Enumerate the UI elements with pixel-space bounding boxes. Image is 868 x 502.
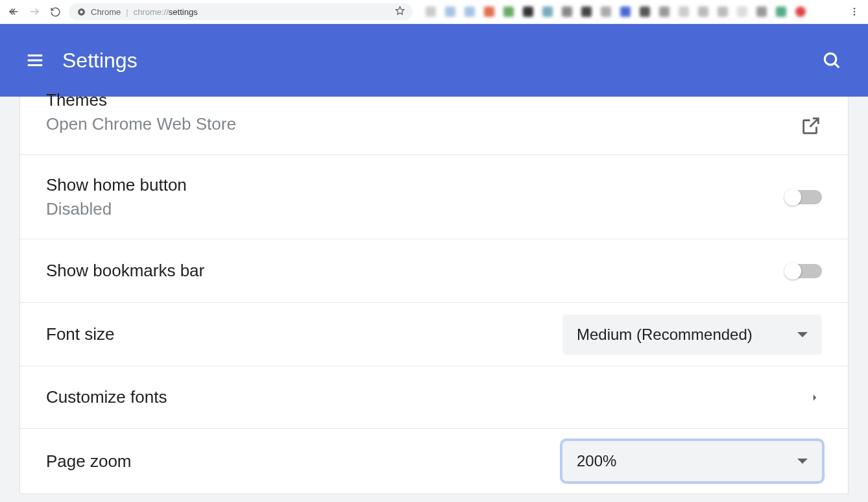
customize-fonts-row[interactable]: Customize fonts bbox=[20, 366, 848, 429]
search-button[interactable] bbox=[819, 47, 845, 73]
home-button-title: Show home button bbox=[46, 175, 187, 195]
appearance-section: Themes Open Chrome Web Store Show home b… bbox=[19, 97, 849, 494]
bookmark-star-icon[interactable] bbox=[395, 6, 405, 18]
font-size-row: Font size Medium (Recommended) bbox=[20, 303, 848, 366]
customize-fonts-title: Customize fonts bbox=[46, 387, 167, 407]
chevron-down-icon bbox=[797, 459, 808, 464]
address-bar[interactable]: Chrome | chrome://settings bbox=[69, 3, 413, 20]
home-button-toggle[interactable] bbox=[786, 190, 822, 204]
page-zoom-dropdown[interactable]: 200% bbox=[562, 441, 822, 481]
external-link-icon bbox=[800, 115, 822, 137]
themes-subtitle: Open Chrome Web Store bbox=[46, 114, 236, 134]
bookmarks-bar-toggle[interactable] bbox=[786, 264, 822, 278]
bookmarks-bar-row: Show bookmarks bar bbox=[20, 239, 848, 303]
forward-button[interactable] bbox=[27, 5, 42, 19]
settings-header: Settings bbox=[0, 24, 868, 97]
show-home-button-row: Show home button Disabled bbox=[20, 155, 848, 239]
menu-button[interactable] bbox=[23, 49, 47, 72]
themes-title: Themes bbox=[46, 90, 236, 110]
svg-point-6 bbox=[854, 11, 856, 13]
reload-button[interactable] bbox=[48, 5, 62, 19]
page-title: Settings bbox=[62, 49, 138, 73]
svg-marker-4 bbox=[396, 6, 404, 14]
svg-marker-14 bbox=[814, 394, 817, 400]
extensions-area bbox=[419, 3, 841, 20]
svg-point-3 bbox=[80, 10, 82, 13]
browser-menu-button[interactable] bbox=[847, 5, 862, 19]
url-divider: | bbox=[126, 7, 128, 17]
back-button[interactable] bbox=[6, 5, 21, 19]
page-zoom-value: 200% bbox=[577, 452, 616, 470]
page-zoom-title: Page zoom bbox=[46, 451, 132, 472]
chevron-down-icon bbox=[797, 332, 808, 337]
chevron-right-icon bbox=[810, 392, 822, 403]
svg-line-13 bbox=[810, 118, 819, 126]
svg-point-7 bbox=[854, 14, 856, 16]
font-size-dropdown[interactable]: Medium (Recommended) bbox=[562, 315, 822, 355]
page-zoom-row: Page zoom 200% bbox=[20, 429, 848, 494]
url-text: chrome://settings bbox=[134, 7, 198, 17]
site-info-icon bbox=[77, 7, 86, 16]
bookmarks-bar-title: Show bookmarks bar bbox=[46, 261, 204, 281]
svg-point-5 bbox=[854, 8, 856, 10]
settings-content: Themes Open Chrome Web Store Show home b… bbox=[0, 97, 868, 502]
browser-toolbar: Chrome | chrome://settings bbox=[0, 0, 868, 24]
home-button-subtitle: Disabled bbox=[46, 199, 187, 219]
svg-line-12 bbox=[834, 63, 839, 67]
url-label: Chrome bbox=[91, 7, 121, 17]
themes-row[interactable]: Themes Open Chrome Web Store bbox=[20, 97, 848, 155]
font-size-title: Font size bbox=[46, 324, 115, 344]
font-size-value: Medium (Recommended) bbox=[577, 326, 753, 344]
svg-point-11 bbox=[825, 53, 836, 65]
